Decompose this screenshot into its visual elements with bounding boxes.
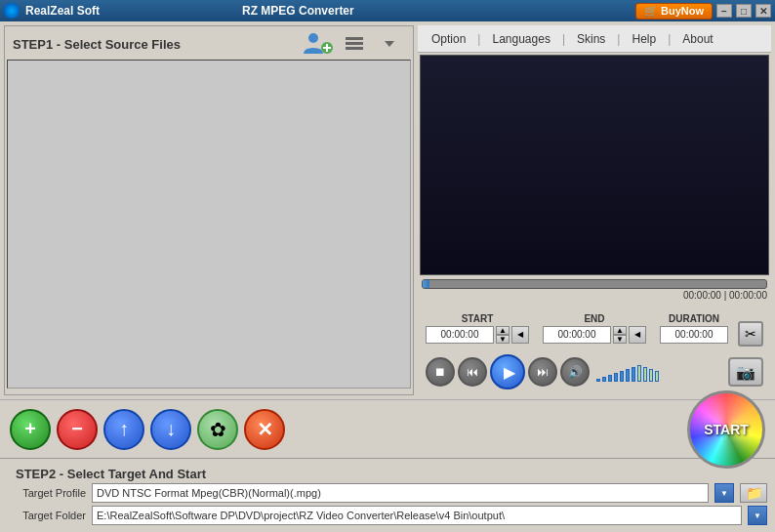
down-arrow-icon: ↓ [166, 418, 176, 440]
title-bar: RealZeal Soft RZ MPEG Converter 🛒 BuyNow… [0, 0, 775, 21]
screenshot-button[interactable]: 📷 [728, 357, 763, 387]
top-area: STEP1 - Select Source Files [0, 21, 775, 399]
remove-file-button[interactable]: − [57, 409, 98, 450]
start-copy-button[interactable]: ◀ [511, 326, 529, 344]
file-list-panel: STEP1 - Select Source Files [4, 25, 414, 395]
target-folder-label: Target Folder [8, 510, 86, 521]
separator-1: | [477, 32, 480, 46]
prev-frame-button[interactable]: ⏮ [458, 357, 487, 387]
maximize-button[interactable]: □ [736, 4, 752, 18]
action-toolbar: + − ↑ ↓ ✿ ✕ START [0, 399, 775, 458]
next-icon: ⏭ [537, 365, 549, 379]
current-time-display: 00:00:00 [683, 290, 721, 301]
move-up-button[interactable]: ↑ [103, 409, 144, 450]
target-profile-dropdown[interactable]: ▼ [714, 483, 734, 503]
vol-bar-7 [637, 365, 641, 382]
list-view-button[interactable] [339, 31, 370, 57]
playback-controls: ⏹ ⏮ ▶ ⏭ [422, 352, 767, 391]
video-panel: Option | Languages | Skins | Help | Abou… [418, 25, 771, 395]
target-folder-row: Target Folder ▼ [8, 506, 767, 525]
target-folder-input[interactable] [92, 506, 742, 525]
duration-group: DURATION [660, 313, 728, 344]
app-logo [4, 3, 20, 19]
minimize-button[interactable]: − [716, 4, 732, 18]
vol-bar-3 [614, 373, 618, 382]
delete-button[interactable]: ✕ [244, 409, 285, 450]
target-folder-dropdown[interactable]: ▼ [748, 506, 767, 525]
svg-rect-6 [346, 47, 363, 50]
progress-bar[interactable] [422, 279, 767, 289]
progress-area: 00:00:00 | 00:00:00 [418, 277, 771, 304]
playback-buttons: ⏹ ⏮ ▶ ⏭ [426, 354, 659, 389]
target-profile-browse[interactable]: 📁 [740, 483, 767, 503]
video-inner [421, 56, 768, 274]
prev-icon: ⏮ [467, 365, 478, 379]
cart-icon: 🛒 [644, 5, 658, 18]
stop-icon: ⏹ [434, 365, 446, 379]
camera-icon: 📷 [736, 363, 755, 382]
end-spin-group: ▲ ▼ [613, 326, 627, 344]
buynow-button[interactable]: 🛒 BuyNow [635, 3, 713, 20]
stop-button[interactable]: ⏹ [426, 357, 455, 387]
menu-languages[interactable]: Languages [484, 29, 557, 49]
step1-title: STEP1 - Select Source Files [13, 37, 181, 52]
close-button[interactable]: ✕ [755, 4, 771, 18]
menu-about[interactable]: About [674, 29, 720, 49]
plus-icon: + [24, 418, 36, 440]
svg-marker-7 [385, 41, 394, 47]
move-down-button[interactable]: ↓ [150, 409, 191, 450]
end-spin-up[interactable]: ▲ [613, 326, 627, 335]
menu-bar: Option | Languages | Skins | Help | Abou… [418, 25, 771, 53]
edit-button[interactable]: ✿ [197, 409, 238, 450]
minus-icon: − [71, 418, 83, 440]
file-list-header: STEP1 - Select Source Files [7, 28, 411, 60]
menu-option[interactable]: Option [424, 29, 473, 49]
play-icon: ▶ [504, 363, 515, 382]
start-time-row: ▲ ▼ ◀ [426, 326, 529, 344]
volume-bars[interactable] [596, 362, 659, 382]
start-time-group: START ▲ ▼ ◀ [426, 313, 529, 344]
app-title: RZ MPEG Converter [242, 4, 354, 18]
end-time-input[interactable] [543, 326, 611, 344]
svg-rect-4 [346, 37, 363, 40]
trim-button[interactable]: ✂ [738, 321, 763, 347]
end-copy-button[interactable]: ◀ [629, 326, 646, 344]
progress-fill [423, 280, 429, 288]
expand-button[interactable] [374, 31, 405, 57]
controls-area: START ▲ ▼ ◀ END [418, 304, 771, 395]
target-profile-label: Target Profile [8, 487, 86, 499]
audio-icon: 🔊 [568, 365, 583, 379]
start-spin-down[interactable]: ▼ [496, 335, 510, 344]
delete-icon: ✕ [257, 418, 273, 441]
vol-bar-2 [608, 375, 612, 382]
start-spin-group: ▲ ▼ [496, 326, 510, 344]
end-spin-down[interactable]: ▼ [613, 335, 627, 344]
start-time-input[interactable] [426, 326, 494, 344]
start-spin-up[interactable]: ▲ [496, 326, 510, 335]
duration-input[interactable] [660, 326, 728, 344]
buynow-label: BuyNow [661, 5, 704, 17]
title-bar-left: RealZeal Soft RZ MPEG Converter [4, 3, 354, 19]
menu-skins[interactable]: Skins [569, 29, 613, 49]
add-files-button[interactable] [304, 31, 335, 57]
video-preview [420, 55, 769, 275]
svg-rect-5 [346, 42, 363, 45]
end-time-row: ▲ ▼ ◀ [543, 326, 646, 344]
audio-button[interactable]: 🔊 [560, 357, 590, 387]
separator-2: | [562, 32, 565, 46]
vol-bar-10 [655, 371, 659, 382]
main-container: STEP1 - Select Source Files [0, 21, 775, 532]
separator-3: | [617, 32, 620, 46]
time-controls: START ▲ ▼ ◀ END [422, 307, 767, 348]
target-profile-input[interactable] [92, 483, 709, 503]
menu-help[interactable]: Help [624, 29, 664, 49]
start-button[interactable]: START [687, 390, 765, 469]
next-frame-button[interactable]: ⏭ [528, 357, 557, 387]
duration-row [660, 326, 728, 344]
vol-bar-5 [626, 369, 630, 382]
play-button[interactable]: ▶ [490, 354, 525, 389]
title-bar-right: 🛒 BuyNow − □ ✕ [635, 3, 771, 20]
vol-bar-0 [596, 379, 600, 382]
add-file-button[interactable]: + [10, 409, 51, 450]
vol-bar-1 [602, 377, 606, 382]
